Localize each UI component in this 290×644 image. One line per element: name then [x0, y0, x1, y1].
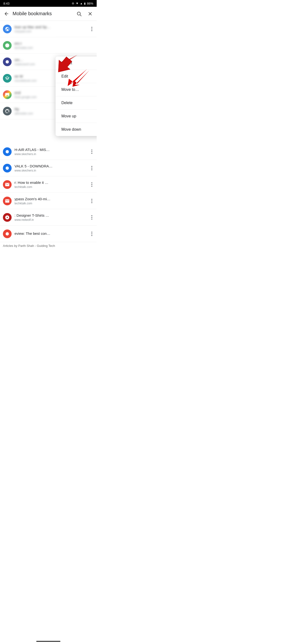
bookmark-url: techktalk.com: [15, 185, 90, 189]
bookmark-title: r: How to enable it …: [15, 180, 90, 185]
status-icons: ⊖ ▼ ▲ ▮ 86%: [72, 2, 93, 5]
bookmark-url: www.redwolf.in: [15, 218, 90, 222]
bookmark-favicon: [3, 107, 12, 116]
bookmark-text: VALK 5 - DOWNDRA… www.skechers.in: [15, 164, 90, 172]
bookmark-favicon: [3, 74, 12, 82]
bookmark-url: techktalk.com: [15, 202, 90, 205]
svg-point-7: [6, 150, 9, 153]
bookmark-title: eview: The best con…: [15, 231, 90, 236]
bookmark-text: : Designer T-Shirts … www.redwolf.in: [15, 213, 90, 222]
wifi-icon: ▼: [76, 2, 79, 5]
bookmark-text: r: How to enable it … techktalk.com: [15, 180, 90, 189]
bookmark-item[interactable]: ypass Zoom's 40-mi… techktalk.com: [0, 193, 97, 209]
more-options-button[interactable]: [90, 25, 94, 32]
bookmark-text: ers t techradar.com: [15, 41, 94, 50]
signal-icon: ▲: [80, 2, 83, 5]
battery-percent: 86%: [87, 2, 93, 5]
bookmark-item[interactable]: r: How to enable it … techktalk.com: [0, 176, 97, 193]
bookmark-title: lean up Mac and Sp…: [15, 25, 90, 30]
more-options-button[interactable]: [90, 148, 94, 155]
dnd-icon: ⊖: [72, 2, 74, 5]
bookmark-favicon: [3, 41, 12, 50]
bookmark-list: lean up Mac and Sp… macpaw.com ers t tec…: [0, 21, 97, 250]
bookmark-title: : Designer T-Shirts …: [15, 213, 90, 218]
svg-line-1: [80, 15, 81, 16]
status-bar: 8:43 ⊖ ▼ ▲ ▮ 86%: [0, 0, 97, 7]
bookmark-item[interactable]: ers t techradar.com: [0, 37, 97, 54]
more-options-button[interactable]: [90, 214, 94, 221]
search-button[interactable]: [75, 10, 83, 18]
context-menu-movedown[interactable]: Move down: [56, 123, 97, 136]
bookmark-title: H-AIR ATLAS - MIS…: [15, 147, 90, 152]
bookmark-item[interactable]: : Designer T-Shirts … www.redwolf.in: [0, 209, 97, 226]
svg-point-9: [6, 232, 9, 235]
svg-point-4: [6, 60, 9, 63]
bookmark-favicon: [3, 58, 12, 66]
bookmark-text: eview: The best con…: [15, 231, 90, 236]
bookmark-favicon: [3, 164, 12, 172]
bookmark-favicon: [3, 90, 12, 99]
more-options-button[interactable]: [90, 197, 94, 204]
bookmark-url: macpaw.com: [15, 30, 90, 33]
top-bar: Mobile bookmarks: [0, 7, 97, 21]
bookmark-url: www.skechers.in: [15, 152, 90, 156]
close-button[interactable]: [87, 10, 94, 18]
more-options-button[interactable]: [90, 230, 94, 238]
bookmark-url: www.skechers.in: [15, 169, 90, 172]
bookmark-text: ypass Zoom's 40-mi… techktalk.com: [15, 197, 90, 205]
status-time: 8:43: [4, 2, 10, 5]
bookmark-item[interactable]: eview: The best con…: [0, 226, 97, 242]
svg-point-8: [6, 166, 9, 170]
context-menu-edit[interactable]: Edit: [56, 70, 97, 83]
bookmark-favicon: [3, 147, 12, 156]
back-button[interactable]: [3, 10, 10, 18]
bookmark-favicon: [3, 25, 12, 33]
context-menu-delete[interactable]: Delete: [56, 96, 97, 110]
bookmark-item[interactable]: lean up Mac and Sp… macpaw.com: [0, 21, 97, 37]
bookmark-title: ers t: [15, 41, 94, 46]
bookmark-favicon: [3, 230, 12, 238]
top-bar-actions: [75, 10, 94, 18]
bookmark-favicon: [3, 180, 12, 189]
bookmark-title: ypass Zoom's 40-mi…: [15, 197, 90, 202]
bookmark-favicon: [3, 197, 12, 205]
context-menu-moveup[interactable]: Move up: [56, 110, 97, 123]
page-title: Mobile bookmarks: [13, 11, 75, 16]
bookmark-title: VALK 5 - DOWNDRA…: [15, 164, 90, 168]
bookmark-url: techradar.com: [15, 46, 94, 50]
context-menu: Select Edit Move to… Delete Move up Move…: [56, 56, 97, 136]
bookmark-item[interactable]: VALK 5 - DOWNDRA… www.skechers.in: [0, 160, 97, 176]
battery-icon: ▮: [84, 2, 86, 5]
bookmark-favicon: [3, 213, 12, 222]
bookmark-item[interactable]: H-AIR ATLAS - MIS… www.skechers.in: [0, 144, 97, 160]
bookmark-text: H-AIR ATLAS - MIS… www.skechers.in: [15, 147, 90, 156]
more-options-button[interactable]: [90, 164, 94, 172]
bookmark-text: lean up Mac and Sp… macpaw.com: [15, 25, 90, 33]
more-options-button[interactable]: [90, 181, 94, 188]
footer-text: Articles by Parth Shah - Guiding Tech: [0, 242, 97, 250]
context-menu-select[interactable]: Select: [56, 56, 97, 70]
context-menu-moveto[interactable]: Move to…: [56, 83, 97, 96]
